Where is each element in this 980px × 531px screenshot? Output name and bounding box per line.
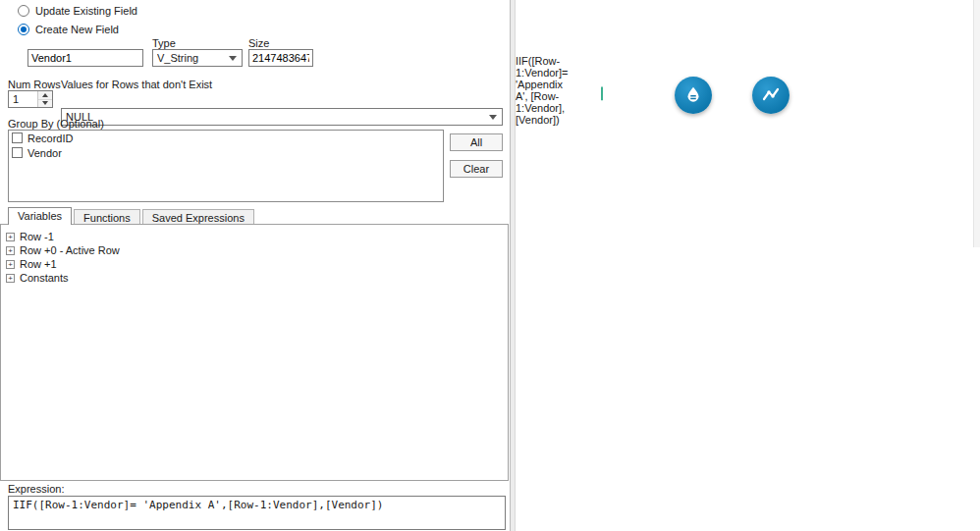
tree-item-label: Row +0 - Active Row <box>20 244 120 256</box>
chevron-down-icon <box>229 56 237 61</box>
values-dropdown[interactable]: NULL <box>61 108 503 126</box>
stepper-down-button[interactable] <box>38 100 52 108</box>
tree-item[interactable]: +Constants <box>1 271 508 285</box>
tree-item-label: Constants <box>20 272 69 284</box>
tool-selection-outline <box>516 0 572 55</box>
radio-icon[interactable] <box>18 5 29 17</box>
expand-plus-icon[interactable]: + <box>6 246 15 255</box>
chart-line-icon <box>759 83 783 107</box>
tree-item[interactable]: +Row +1 <box>1 257 508 271</box>
create-new-field-radio[interactable]: Create New Field <box>18 24 119 35</box>
multi-row-formula-tool[interactable] <box>675 77 712 114</box>
num-rows-stepper[interactable]: 1 <box>8 90 53 108</box>
group-by-item[interactable]: RecordID <box>9 131 443 145</box>
num-rows-label: Num Rows <box>8 79 61 90</box>
group-by-item[interactable]: Vendor <box>9 145 443 160</box>
type-dropdown-value: V_String <box>157 52 229 64</box>
canvas-scrollbar[interactable] <box>973 0 980 247</box>
variables-tree[interactable]: +Row -1+Row +0 - Active Row+Row +1+Const… <box>0 224 509 481</box>
values-rows-label: Values for Rows that don't Exist <box>61 79 212 90</box>
type-dropdown[interactable]: V_String <box>152 49 243 67</box>
tool-annotation[interactable]: IIF([Row- 1:Vendor]= 'Appendix A', [Row-… <box>516 55 572 126</box>
book-icon <box>588 80 616 106</box>
size-label: Size <box>248 37 269 49</box>
type-label: Type <box>152 37 176 49</box>
expand-plus-icon[interactable]: + <box>6 274 15 283</box>
tree-item[interactable]: +Row +0 - Active Row <box>1 243 508 257</box>
expression-editor[interactable]: IIF([Row-1:Vendor]= 'Appendix A',[Row-1:… <box>8 496 506 530</box>
num-rows-value: 1 <box>9 91 37 107</box>
browse-tool[interactable] <box>752 77 789 114</box>
size-input[interactable] <box>248 49 313 67</box>
chevron-down-icon <box>489 115 497 120</box>
alteryx-designer-window: Update Existing Field Create New Field T… <box>0 0 980 531</box>
tab-saved-expressions[interactable]: Saved Expressions <box>142 209 254 225</box>
tree-item-label: Row -1 <box>20 231 54 242</box>
checkbox-icon[interactable] <box>12 133 23 143</box>
values-dropdown-value: NULL <box>66 111 489 123</box>
expand-plus-icon[interactable]: + <box>6 260 15 269</box>
group-by-list[interactable]: RecordIDVendor <box>8 130 444 202</box>
create-new-field-label: Create New Field <box>35 24 119 35</box>
group-by-label: Group By (Optional) <box>8 118 104 130</box>
clear-button[interactable]: Clear <box>450 160 503 178</box>
group-by-item-label: Vendor <box>27 147 62 159</box>
expand-plus-icon[interactable]: + <box>6 233 15 241</box>
radio-selected-icon[interactable] <box>18 24 29 35</box>
expression-label: Expression: <box>8 483 64 495</box>
all-button[interactable]: All <box>450 133 503 151</box>
workflow-canvas[interactable]: IIF([Row- 1:Vendor]= 'Appendix A', [Row-… <box>516 0 980 247</box>
droplet-icon <box>682 84 704 106</box>
text-input-tool[interactable] <box>588 80 626 116</box>
update-existing-field-label: Update Existing Field <box>35 5 137 17</box>
checkbox-icon[interactable] <box>12 147 23 158</box>
update-existing-field-radio[interactable]: Update Existing Field <box>18 5 137 17</box>
tab-variables[interactable]: Variables <box>8 207 72 225</box>
tab-functions[interactable]: Functions <box>74 209 140 225</box>
group-by-item-label: RecordID <box>27 133 73 144</box>
stepper-up-button[interactable] <box>38 91 52 100</box>
tree-item[interactable]: +Row -1 <box>1 230 508 243</box>
multi-row-formula-config-panel: Update Existing Field Create New Field T… <box>0 0 510 531</box>
new-field-name-input[interactable] <box>27 49 143 67</box>
tree-item-label: Row +1 <box>20 258 57 270</box>
